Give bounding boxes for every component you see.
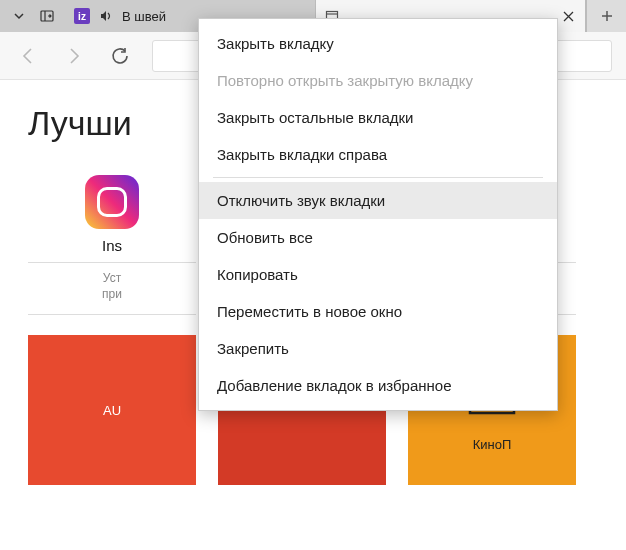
tile-1[interactable]: AU — [28, 335, 196, 485]
set-aside-tabs-icon[interactable] — [38, 7, 56, 25]
tabs-dropdown-icon[interactable] — [10, 7, 28, 25]
tab-context-menu: Закрыть вкладку Повторно открыть закрыту… — [198, 18, 558, 411]
menu-close-other-tabs[interactable]: Закрыть остальные вкладки — [199, 99, 557, 136]
card-name: Ins — [28, 237, 196, 254]
back-button[interactable] — [14, 42, 42, 70]
tab-1-audio-icon[interactable] — [98, 8, 114, 24]
forward-button[interactable] — [60, 42, 88, 70]
menu-mute-tab[interactable]: Отключить звук вкладки — [199, 182, 557, 219]
menu-pin[interactable]: Закрепить — [199, 330, 557, 367]
instagram-icon — [85, 175, 139, 229]
card-divider — [28, 262, 196, 263]
tile-label: КиноП — [473, 437, 512, 452]
menu-close-tab[interactable]: Закрыть вкладку — [199, 25, 557, 62]
menu-separator — [213, 177, 543, 178]
new-tab-button[interactable] — [586, 0, 626, 32]
card-icon-wrap — [28, 167, 196, 237]
menu-copy[interactable]: Копировать — [199, 256, 557, 293]
refresh-button[interactable] — [106, 42, 134, 70]
card-meta: Устпри — [28, 271, 196, 302]
card-instagram[interactable]: Ins Устпри — [28, 167, 196, 315]
menu-close-tabs-right[interactable]: Закрыть вкладки справа — [199, 136, 557, 173]
tile-label: AU — [103, 403, 121, 418]
menu-reopen-closed-tab: Повторно открыть закрытую вкладку — [199, 62, 557, 99]
tab-2-close-icon[interactable] — [559, 11, 577, 22]
tab-1-favicon: iz — [74, 8, 90, 24]
tab-bar-left-controls — [0, 0, 66, 32]
menu-move-to-new-window[interactable]: Переместить в новое окно — [199, 293, 557, 330]
menu-refresh-all[interactable]: Обновить все — [199, 219, 557, 256]
menu-add-to-favorites[interactable]: Добавление вкладок в избранное — [199, 367, 557, 404]
